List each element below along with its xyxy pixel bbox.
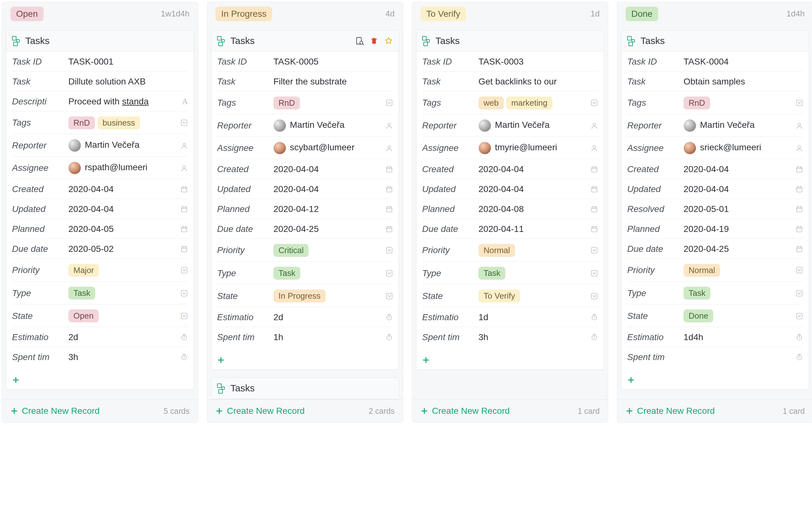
field-row[interactable]: Priority Normal [627, 259, 803, 281]
field-value[interactable]: TASK-0003 [478, 57, 587, 67]
task-card[interactable]: Tasks Task ID TASK-0003 Task Get backlin… [416, 30, 604, 370]
field-row[interactable]: Assignee tmyrie@lumeeri [422, 137, 598, 159]
field-row[interactable]: Planned 2020-04-08 [422, 199, 598, 219]
field-value[interactable]: TASK-0005 [273, 57, 382, 67]
field-row[interactable]: Due date 2020-04-25 [217, 219, 393, 239]
field-value[interactable]: 2020-04-05 [68, 224, 177, 234]
field-value[interactable]: 2020-04-04 [68, 184, 177, 194]
field-row[interactable]: Tags RnD [217, 91, 393, 114]
field-row[interactable]: Assignee scybart@lumeer [217, 137, 393, 159]
field-value[interactable]: 2020-04-04 [273, 164, 382, 174]
card-detail-icon[interactable] [355, 36, 364, 45]
field-row[interactable]: Descripti Proceed with standa A [12, 91, 188, 111]
field-value[interactable]: 2d [273, 312, 382, 322]
field-row[interactable]: Due date 2020-04-25 [627, 239, 803, 259]
field-value[interactable]: 2d [68, 332, 177, 342]
create-new-record-button[interactable]: Create New Record [215, 406, 305, 416]
field-row[interactable]: Task ID TASK-0001 [12, 52, 188, 71]
field-value[interactable]: Task [68, 287, 177, 300]
field-value[interactable]: 2020-04-25 [684, 244, 792, 254]
field-row[interactable]: Due date 2020-05-02 [12, 239, 188, 259]
field-row[interactable]: Tags RnD [627, 91, 803, 114]
field-row[interactable]: Reporter Martin Večeřa [12, 134, 188, 157]
field-row[interactable]: Resolved 2020-05-01 [627, 199, 803, 219]
add-field-button[interactable] [6, 372, 194, 389]
field-row[interactable]: Estimatio 1d4h [627, 327, 803, 347]
field-row[interactable]: Created 2020-04-04 [217, 159, 393, 179]
field-row[interactable]: Priority Major [12, 259, 188, 281]
field-row[interactable]: Estimatio 2d [12, 327, 188, 347]
field-row[interactable]: Spent tim 1h [217, 327, 393, 347]
card-header[interactable]: Tasks [211, 30, 399, 52]
field-value[interactable]: Martin Večeřa [68, 139, 177, 152]
field-row[interactable]: Reporter Martin Večeřa [422, 114, 598, 137]
field-value[interactable]: Done [684, 309, 792, 322]
field-row[interactable]: State To Verify [422, 284, 598, 307]
create-new-record-button[interactable]: Create New Record [626, 406, 715, 416]
card-header[interactable]: Tasks [211, 378, 399, 399]
field-value[interactable]: 3h [68, 352, 177, 362]
field-value[interactable]: 2020-05-01 [684, 204, 792, 214]
field-value[interactable]: Obtain samples [684, 77, 792, 87]
field-value[interactable]: Open [68, 309, 177, 322]
field-row[interactable]: Type Task [422, 262, 598, 284]
field-value[interactable]: RnD [273, 96, 382, 110]
field-row[interactable]: Due date 2020-04-11 [422, 219, 598, 239]
field-value[interactable]: 2020-04-04 [273, 184, 382, 194]
field-row[interactable]: Task Get backlinks to our [422, 71, 598, 91]
field-value[interactable]: 2020-04-08 [478, 204, 587, 214]
field-value[interactable]: Proceed with standa [68, 96, 177, 107]
field-row[interactable]: Updated 2020-04-04 [627, 179, 803, 199]
field-row[interactable]: State Open [12, 304, 188, 327]
field-value[interactable]: Critical [273, 244, 382, 257]
field-row[interactable]: Updated 2020-04-04 [422, 179, 598, 199]
field-value[interactable]: webmarketing [478, 96, 587, 110]
field-value[interactable]: To Verify [478, 290, 587, 302]
create-new-record-button[interactable]: Create New Record [420, 406, 510, 416]
field-row[interactable]: Type Task [12, 281, 188, 304]
field-value[interactable]: RnDbusiness [68, 116, 177, 129]
column-state-pill[interactable]: To Verify [420, 7, 466, 21]
field-value[interactable]: Task [273, 267, 382, 280]
field-value[interactable]: Filter the substrate [273, 77, 382, 87]
field-value[interactable]: TASK-0004 [684, 57, 792, 67]
field-value[interactable]: tmyrie@lumeeri [478, 142, 587, 154]
task-card[interactable]: Tasks Task ID TASK-0004 Task Obtain samp… [621, 30, 809, 390]
field-value[interactable]: 2020-04-04 [478, 164, 587, 174]
field-row[interactable]: Created 2020-04-04 [422, 159, 598, 179]
field-row[interactable]: Updated 2020-04-04 [12, 199, 188, 219]
field-value[interactable]: Task [684, 287, 792, 300]
field-value[interactable]: rspath@lumeeri [68, 162, 177, 174]
field-row[interactable]: Priority Critical [217, 239, 393, 262]
field-row[interactable]: Estimatio 1d [422, 307, 598, 327]
field-value[interactable]: scybart@lumeer [273, 142, 382, 154]
field-value[interactable]: Martin Večeřa [273, 119, 382, 132]
field-row[interactable]: Estimatio 2d [217, 307, 393, 327]
column-state-pill[interactable]: Done [626, 7, 658, 21]
field-row[interactable]: State Done [627, 304, 803, 327]
add-field-button[interactable] [416, 353, 604, 369]
field-value[interactable]: 2020-04-25 [273, 224, 382, 234]
card-header[interactable]: Tasks [6, 30, 194, 52]
field-value[interactable]: 1h [273, 332, 382, 342]
field-value[interactable]: Get backlinks to our [478, 77, 587, 87]
card-delete-icon[interactable] [370, 36, 378, 45]
card-favorite-icon[interactable] [384, 36, 393, 45]
field-row[interactable]: Planned 2020-04-12 [217, 199, 393, 219]
field-row[interactable]: Created 2020-04-04 [12, 179, 188, 199]
field-row[interactable]: Assignee rspath@lumeeri [12, 157, 188, 179]
field-row[interactable]: Spent tim 3h [422, 327, 598, 347]
field-value[interactable]: Normal [684, 264, 792, 277]
field-row[interactable]: Task Dillute solution AXB [12, 71, 188, 91]
field-row[interactable]: Task Obtain samples [627, 71, 803, 91]
field-value[interactable]: 2020-04-04 [68, 204, 177, 214]
field-value[interactable]: 2020-04-12 [273, 204, 382, 214]
field-row[interactable]: Reporter Martin Večeřa [217, 114, 393, 137]
field-value[interactable]: Martin Večeřa [684, 119, 792, 132]
field-value[interactable]: 3h [478, 332, 587, 342]
field-row[interactable]: Assignee srieck@lumeeri [627, 137, 803, 159]
field-row[interactable]: Task Filter the substrate [217, 71, 393, 91]
field-row[interactable]: Type Task [217, 262, 393, 284]
task-card[interactable]: Tasks [211, 378, 399, 399]
field-value[interactable]: Normal [478, 244, 587, 257]
